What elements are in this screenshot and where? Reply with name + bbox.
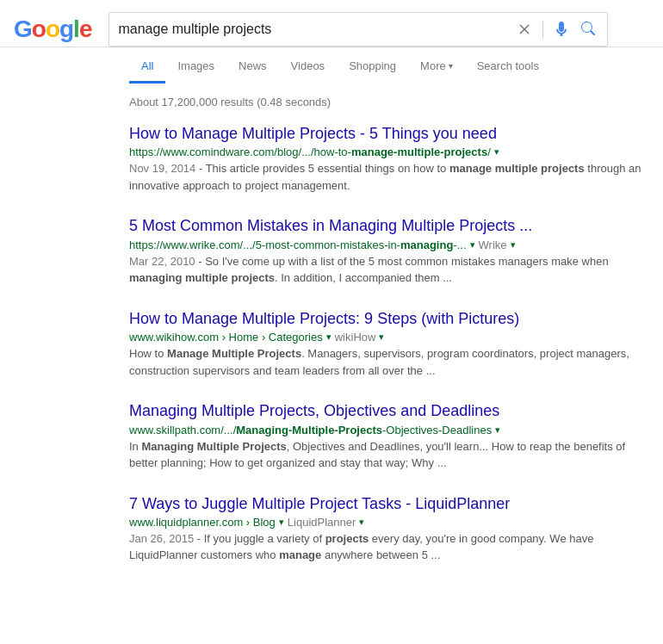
- search-input[interactable]: [118, 22, 515, 37]
- breadcrumb-sep: ›: [222, 331, 226, 344]
- results-area: About 17,200,000 results (0.48 seconds) …: [0, 84, 663, 598]
- search-box: [108, 12, 608, 46]
- breadcrumb-sep: ›: [262, 331, 265, 344]
- tab-search-tools[interactable]: Search tools: [465, 51, 551, 84]
- logo-l: l: [73, 15, 79, 42]
- search-icons: [515, 18, 598, 40]
- result-snippet: Mar 22, 2010 - So I've come up with a li…: [129, 253, 649, 287]
- header: Google: [0, 0, 663, 47]
- result-url-line: https://www.wrike.com/.../5-most-common-…: [129, 238, 649, 251]
- tab-images[interactable]: Images: [165, 51, 226, 84]
- microphone-icon: [554, 20, 569, 39]
- result-source-sep: wikiHow: [335, 331, 376, 344]
- result-dropdown-arrow[interactable]: ▾: [326, 331, 332, 343]
- result-url-line: www.skillpath.com/.../Managing-Multiple-…: [129, 424, 649, 437]
- tab-news[interactable]: News: [226, 51, 279, 84]
- tab-shopping[interactable]: Shopping: [337, 51, 408, 84]
- result-source-sep: LiquidPlanner: [288, 516, 356, 529]
- result-snippet: Nov 19, 2014 - This article provides 5 e…: [129, 160, 649, 194]
- result-url: www.skillpath.com/.../Managing-Multiple-…: [129, 424, 492, 437]
- tab-all[interactable]: All: [129, 51, 165, 84]
- nav-tabs: All Images News Videos Shopping More ▾ S…: [0, 51, 663, 84]
- clear-icon: [517, 22, 532, 37]
- result-title[interactable]: 7 Ways to Juggle Multiple Project Tasks …: [129, 494, 649, 514]
- google-logo[interactable]: Google: [14, 15, 91, 43]
- result-date: Jan 26, 2015: [129, 532, 194, 545]
- result-source-sep: Wrike: [479, 238, 507, 251]
- result-url: www.liquidplanner.com › Blog: [129, 516, 276, 529]
- logo-o1: o: [32, 15, 46, 42]
- more-dropdown-arrow: ▾: [449, 61, 453, 71]
- search-submit-button[interactable]: [579, 20, 598, 39]
- result-title[interactable]: 5 Most Common Mistakes in Managing Multi…: [129, 216, 649, 236]
- result-title[interactable]: How to Manage Multiple Projects - 5 Thin…: [129, 124, 649, 144]
- result-snippet: Jan 26, 2015 - If you juggle a variety o…: [129, 530, 649, 564]
- result-date: Nov 19, 2014: [129, 162, 195, 175]
- result-item: How to Manage Multiple Projects - 5 Thin…: [129, 124, 649, 194]
- result-dropdown-arrow[interactable]: ▾: [494, 146, 499, 158]
- result-snippet: In Managing Multiple Projects, Objective…: [129, 438, 649, 472]
- logo-e: e: [79, 15, 92, 42]
- result-item: Managing Multiple Projects, Objectives a…: [129, 401, 649, 471]
- search-divider: [542, 21, 543, 38]
- search-icon: [581, 22, 597, 37]
- result-url: https://www.comindware.com/blog/.../how-…: [129, 146, 491, 158]
- result-item: 7 Ways to Juggle Multiple Project Tasks …: [129, 494, 649, 564]
- result-snippet: How to Manage Multiple Projects. Manager…: [129, 345, 649, 379]
- voice-search-button[interactable]: [552, 18, 571, 40]
- result-date: Mar 22, 2010: [129, 255, 195, 268]
- result-source-dropdown-arrow[interactable]: ▾: [379, 331, 384, 343]
- result-title[interactable]: Managing Multiple Projects, Objectives a…: [129, 401, 649, 421]
- result-source-dropdown-arrow[interactable]: ▾: [511, 239, 516, 251]
- logo-g: G: [14, 15, 32, 42]
- search-box-wrapper: [108, 12, 608, 46]
- result-source-dropdown-arrow[interactable]: ▾: [359, 517, 364, 528]
- result-url-line: www.wikihow.com › Home › Categories ▾ wi…: [129, 331, 649, 344]
- logo-o2: o: [46, 15, 59, 42]
- result-url-line: www.liquidplanner.com › Blog ▾ LiquidPla…: [129, 516, 649, 529]
- result-url: www.wikihow.com › Home › Categories: [129, 331, 323, 344]
- tab-more[interactable]: More ▾: [408, 51, 465, 84]
- result-item: 5 Most Common Mistakes in Managing Multi…: [129, 216, 649, 286]
- result-title[interactable]: How to Manage Multiple Projects: 9 Steps…: [129, 309, 649, 329]
- result-dropdown-arrow[interactable]: ▾: [279, 517, 284, 528]
- clear-search-button[interactable]: [515, 20, 534, 39]
- result-url: https://www.wrike.com/.../5-most-common-…: [129, 238, 467, 251]
- result-item: How to Manage Multiple Projects: 9 Steps…: [129, 309, 649, 379]
- logo-g2: g: [59, 15, 73, 42]
- result-url-line: https://www.comindware.com/blog/.../how-…: [129, 146, 649, 158]
- breadcrumb-sep: ›: [246, 516, 250, 529]
- result-dropdown-arrow[interactable]: ▾: [495, 424, 500, 436]
- tab-videos[interactable]: Videos: [279, 51, 338, 84]
- result-dropdown-arrow[interactable]: ▾: [470, 239, 475, 251]
- results-count: About 17,200,000 results (0.48 seconds): [129, 96, 649, 108]
